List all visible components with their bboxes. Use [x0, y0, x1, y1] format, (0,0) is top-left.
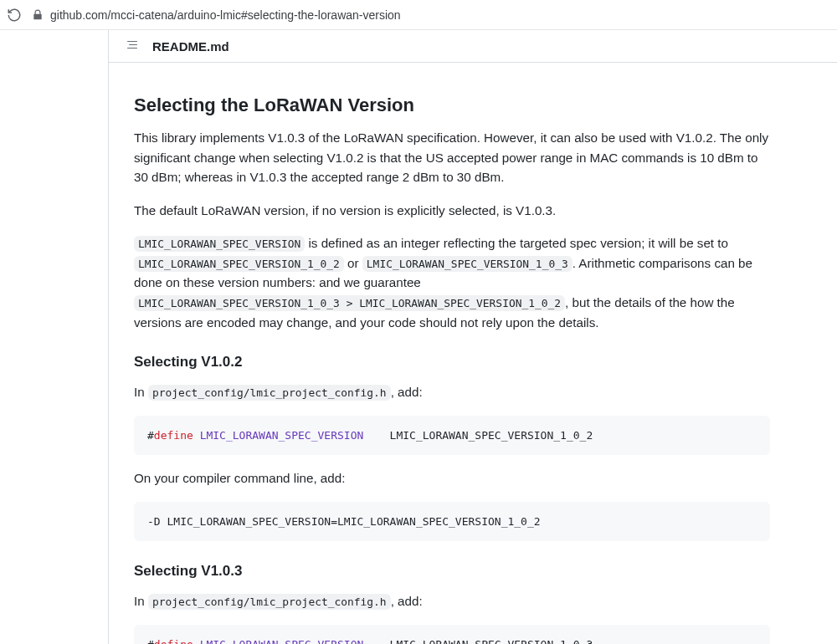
paragraph: LMIC_LORAWAN_SPEC_VERSION is defined as … — [134, 233, 770, 332]
paragraph: This library implements V1.0.3 of the Lo… — [134, 128, 770, 187]
inline-code: LMIC_LORAWAN_SPEC_VERSION_1_0_2 — [134, 256, 344, 272]
code-block: -D LMIC_LORAWAN_SPEC_VERSION=LMIC_LORAWA… — [134, 502, 770, 542]
inline-code: LMIC_LORAWAN_SPEC_VERSION — [134, 236, 305, 252]
toc-icon[interactable] — [126, 38, 141, 54]
readme-content: Selecting the LoRaWAN Version This libra… — [109, 63, 795, 644]
lock-icon — [32, 9, 44, 21]
inline-code: project_config/lmic_project_config.h — [148, 594, 391, 610]
file-name: README.md — [152, 39, 229, 54]
reload-icon[interactable] — [7, 8, 22, 23]
url-bar[interactable]: github.com/mcci-catena/arduino-lmic#sele… — [32, 8, 401, 22]
file-header: README.md — [109, 30, 837, 63]
paragraph: In project_config/lmic_project_config.h,… — [134, 382, 770, 402]
inline-code: LMIC_LORAWAN_SPEC_VERSION_1_0_3 > LMIC_L… — [134, 295, 565, 311]
browser-toolbar: github.com/mcci-catena/arduino-lmic#sele… — [0, 0, 837, 30]
subsection-heading: Selecting V1.0.2 — [134, 354, 770, 371]
code-block: #define LMIC_LORAWAN_SPEC_VERSION LMIC_L… — [134, 416, 770, 456]
inline-code: LMIC_LORAWAN_SPEC_VERSION_1_0_3 — [362, 256, 573, 272]
subsection-heading: Selecting V1.0.3 — [134, 563, 770, 580]
paragraph: In project_config/lmic_project_config.h,… — [134, 591, 770, 611]
paragraph: On your compiler command line, add: — [134, 468, 770, 488]
paragraph: The default LoRaWAN version, if no versi… — [134, 201, 770, 221]
left-gutter — [0, 30, 109, 644]
section-heading: Selecting the LoRaWAN Version — [134, 95, 770, 116]
code-block: #define LMIC_LORAWAN_SPEC_VERSION LMIC_L… — [134, 625, 770, 644]
url-text: github.com/mcci-catena/arduino-lmic#sele… — [50, 8, 401, 22]
inline-code: project_config/lmic_project_config.h — [148, 385, 391, 401]
